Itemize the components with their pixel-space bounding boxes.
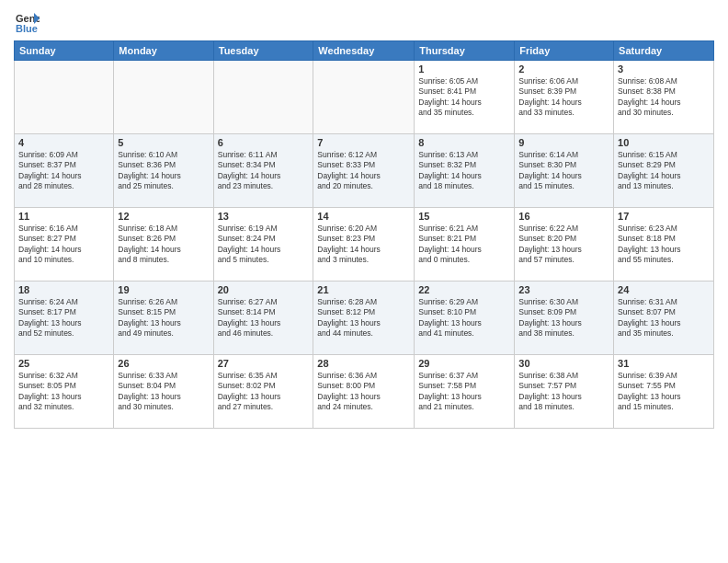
day-info: Sunrise: 6:11 AM Sunset: 8:34 PM Dayligh… bbox=[218, 150, 310, 192]
calendar-header-sunday: Sunday bbox=[15, 41, 114, 61]
day-number: 15 bbox=[418, 211, 510, 222]
day-info: Sunrise: 6:23 AM Sunset: 8:18 PM Dayligh… bbox=[618, 224, 710, 266]
calendar-cell-3-6: 16Sunrise: 6:22 AM Sunset: 8:20 PM Dayli… bbox=[515, 208, 614, 282]
calendar-cell-4-6: 23Sunrise: 6:30 AM Sunset: 8:09 PM Dayli… bbox=[515, 282, 614, 355]
day-info: Sunrise: 6:05 AM Sunset: 8:41 PM Dayligh… bbox=[418, 76, 510, 119]
day-info: Sunrise: 6:14 AM Sunset: 8:30 PM Dayligh… bbox=[518, 150, 609, 192]
day-number: 23 bbox=[518, 284, 609, 295]
header: General Blue bbox=[14, 9, 714, 35]
day-number: 20 bbox=[218, 284, 310, 295]
day-number: 5 bbox=[118, 137, 209, 148]
day-info: Sunrise: 6:18 AM Sunset: 8:26 PM Dayligh… bbox=[118, 224, 209, 266]
day-number: 2 bbox=[518, 63, 609, 75]
calendar-cell-1-2 bbox=[114, 61, 213, 134]
calendar-cell-1-1 bbox=[15, 61, 114, 134]
calendar: SundayMondayTuesdayWednesdayThursdayFrid… bbox=[14, 40, 714, 429]
day-number: 7 bbox=[317, 137, 410, 148]
day-info: Sunrise: 6:28 AM Sunset: 8:12 PM Dayligh… bbox=[317, 297, 410, 339]
day-number: 1 bbox=[418, 63, 510, 75]
day-number: 10 bbox=[618, 137, 710, 148]
calendar-cell-1-6: 2Sunrise: 6:06 AM Sunset: 8:39 PM Daylig… bbox=[515, 61, 614, 134]
day-info: Sunrise: 6:39 AM Sunset: 7:55 PM Dayligh… bbox=[618, 371, 710, 413]
calendar-cell-5-6: 30Sunrise: 6:38 AM Sunset: 7:57 PM Dayli… bbox=[515, 355, 614, 429]
day-number: 21 bbox=[317, 284, 410, 295]
calendar-cell-4-4: 21Sunrise: 6:28 AM Sunset: 8:12 PM Dayli… bbox=[313, 282, 415, 355]
calendar-header-monday: Monday bbox=[114, 41, 213, 61]
day-number: 14 bbox=[317, 211, 410, 222]
day-number: 22 bbox=[418, 284, 510, 295]
day-number: 12 bbox=[118, 211, 209, 222]
day-info: Sunrise: 6:20 AM Sunset: 8:23 PM Dayligh… bbox=[317, 224, 410, 266]
day-info: Sunrise: 6:38 AM Sunset: 7:57 PM Dayligh… bbox=[518, 371, 609, 413]
day-info: Sunrise: 6:31 AM Sunset: 8:07 PM Dayligh… bbox=[618, 297, 710, 339]
svg-text:Blue: Blue bbox=[16, 23, 38, 34]
day-info: Sunrise: 6:24 AM Sunset: 8:17 PM Dayligh… bbox=[18, 297, 109, 339]
day-number: 18 bbox=[18, 284, 109, 295]
calendar-week-2: 4Sunrise: 6:09 AM Sunset: 8:37 PM Daylig… bbox=[15, 134, 714, 208]
day-number: 13 bbox=[218, 211, 310, 222]
day-info: Sunrise: 6:21 AM Sunset: 8:21 PM Dayligh… bbox=[418, 224, 510, 266]
day-info: Sunrise: 6:13 AM Sunset: 8:32 PM Dayligh… bbox=[418, 150, 510, 192]
calendar-week-3: 11Sunrise: 6:16 AM Sunset: 8:27 PM Dayli… bbox=[15, 208, 714, 282]
calendar-cell-4-3: 20Sunrise: 6:27 AM Sunset: 8:14 PM Dayli… bbox=[213, 282, 313, 355]
calendar-cell-4-1: 18Sunrise: 6:24 AM Sunset: 8:17 PM Dayli… bbox=[15, 282, 114, 355]
calendar-header-thursday: Thursday bbox=[415, 41, 515, 61]
day-info: Sunrise: 6:22 AM Sunset: 8:20 PM Dayligh… bbox=[518, 224, 609, 266]
day-number: 29 bbox=[418, 358, 510, 369]
day-number: 26 bbox=[118, 358, 209, 369]
calendar-cell-3-5: 15Sunrise: 6:21 AM Sunset: 8:21 PM Dayli… bbox=[415, 208, 515, 282]
calendar-cell-4-7: 24Sunrise: 6:31 AM Sunset: 8:07 PM Dayli… bbox=[614, 282, 714, 355]
calendar-cell-5-4: 28Sunrise: 6:36 AM Sunset: 8:00 PM Dayli… bbox=[313, 355, 415, 429]
calendar-cell-1-5: 1Sunrise: 6:05 AM Sunset: 8:41 PM Daylig… bbox=[415, 61, 515, 134]
day-number: 9 bbox=[518, 137, 609, 148]
day-number: 25 bbox=[18, 358, 109, 369]
day-number: 19 bbox=[118, 284, 209, 295]
calendar-week-5: 25Sunrise: 6:32 AM Sunset: 8:05 PM Dayli… bbox=[15, 355, 714, 429]
day-info: Sunrise: 6:19 AM Sunset: 8:24 PM Dayligh… bbox=[218, 224, 310, 266]
day-number: 11 bbox=[18, 211, 109, 222]
day-info: Sunrise: 6:16 AM Sunset: 8:27 PM Dayligh… bbox=[18, 224, 109, 266]
calendar-cell-1-7: 3Sunrise: 6:08 AM Sunset: 8:38 PM Daylig… bbox=[614, 61, 714, 134]
calendar-cell-2-4: 7Sunrise: 6:12 AM Sunset: 8:33 PM Daylig… bbox=[313, 134, 415, 208]
calendar-cell-4-2: 19Sunrise: 6:26 AM Sunset: 8:15 PM Dayli… bbox=[114, 282, 213, 355]
day-number: 28 bbox=[317, 358, 410, 369]
calendar-cell-5-5: 29Sunrise: 6:37 AM Sunset: 7:58 PM Dayli… bbox=[415, 355, 515, 429]
day-number: 6 bbox=[218, 137, 310, 148]
day-info: Sunrise: 6:35 AM Sunset: 8:02 PM Dayligh… bbox=[218, 371, 310, 413]
day-number: 31 bbox=[618, 358, 710, 369]
day-number: 17 bbox=[618, 211, 710, 222]
calendar-header-wednesday: Wednesday bbox=[313, 41, 415, 61]
day-info: Sunrise: 6:36 AM Sunset: 8:00 PM Dayligh… bbox=[317, 371, 410, 413]
calendar-cell-2-5: 8Sunrise: 6:13 AM Sunset: 8:32 PM Daylig… bbox=[415, 134, 515, 208]
calendar-header-row: SundayMondayTuesdayWednesdayThursdayFrid… bbox=[15, 41, 714, 61]
day-info: Sunrise: 6:08 AM Sunset: 8:38 PM Dayligh… bbox=[618, 76, 710, 119]
calendar-cell-2-6: 9Sunrise: 6:14 AM Sunset: 8:30 PM Daylig… bbox=[515, 134, 614, 208]
calendar-cell-3-3: 13Sunrise: 6:19 AM Sunset: 8:24 PM Dayli… bbox=[213, 208, 313, 282]
day-info: Sunrise: 6:12 AM Sunset: 8:33 PM Dayligh… bbox=[317, 150, 410, 192]
day-info: Sunrise: 6:33 AM Sunset: 8:04 PM Dayligh… bbox=[118, 371, 209, 413]
day-info: Sunrise: 6:06 AM Sunset: 8:39 PM Dayligh… bbox=[518, 76, 609, 119]
day-info: Sunrise: 6:26 AM Sunset: 8:15 PM Dayligh… bbox=[118, 297, 209, 339]
calendar-cell-3-2: 12Sunrise: 6:18 AM Sunset: 8:26 PM Dayli… bbox=[114, 208, 213, 282]
day-info: Sunrise: 6:37 AM Sunset: 7:58 PM Dayligh… bbox=[418, 371, 510, 413]
calendar-cell-3-1: 11Sunrise: 6:16 AM Sunset: 8:27 PM Dayli… bbox=[15, 208, 114, 282]
day-info: Sunrise: 6:09 AM Sunset: 8:37 PM Dayligh… bbox=[18, 150, 109, 192]
day-number: 24 bbox=[618, 284, 710, 295]
calendar-cell-2-1: 4Sunrise: 6:09 AM Sunset: 8:37 PM Daylig… bbox=[15, 134, 114, 208]
calendar-cell-1-4 bbox=[313, 61, 415, 134]
calendar-cell-5-2: 26Sunrise: 6:33 AM Sunset: 8:04 PM Dayli… bbox=[114, 355, 213, 429]
day-info: Sunrise: 6:32 AM Sunset: 8:05 PM Dayligh… bbox=[18, 371, 109, 413]
day-number: 27 bbox=[218, 358, 310, 369]
calendar-cell-5-7: 31Sunrise: 6:39 AM Sunset: 7:55 PM Dayli… bbox=[614, 355, 714, 429]
calendar-cell-3-4: 14Sunrise: 6:20 AM Sunset: 8:23 PM Dayli… bbox=[313, 208, 415, 282]
day-number: 4 bbox=[18, 137, 109, 148]
calendar-cell-3-7: 17Sunrise: 6:23 AM Sunset: 8:18 PM Dayli… bbox=[614, 208, 714, 282]
day-info: Sunrise: 6:30 AM Sunset: 8:09 PM Dayligh… bbox=[518, 297, 609, 339]
calendar-header-tuesday: Tuesday bbox=[213, 41, 313, 61]
calendar-week-1: 1Sunrise: 6:05 AM Sunset: 8:41 PM Daylig… bbox=[15, 61, 714, 134]
calendar-cell-5-1: 25Sunrise: 6:32 AM Sunset: 8:05 PM Dayli… bbox=[15, 355, 114, 429]
calendar-cell-5-3: 27Sunrise: 6:35 AM Sunset: 8:02 PM Dayli… bbox=[213, 355, 313, 429]
day-info: Sunrise: 6:10 AM Sunset: 8:36 PM Dayligh… bbox=[118, 150, 209, 192]
calendar-cell-4-5: 22Sunrise: 6:29 AM Sunset: 8:10 PM Dayli… bbox=[415, 282, 515, 355]
day-info: Sunrise: 6:29 AM Sunset: 8:10 PM Dayligh… bbox=[418, 297, 510, 339]
